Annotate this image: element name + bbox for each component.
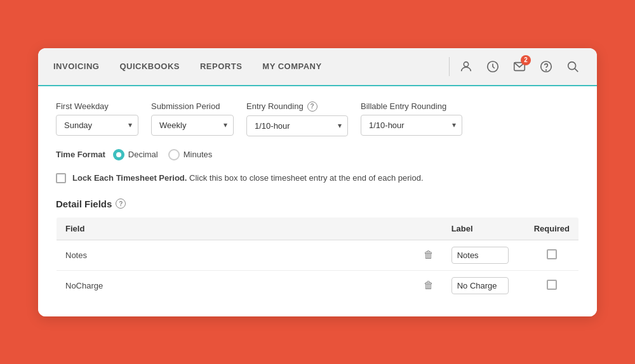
entry-rounding-label: Entry Rounding ?	[246, 101, 348, 112]
delete-notes-icon[interactable]: 🗑	[424, 249, 434, 261]
lock-period-text: Lock Each Timesheet Period. Click this b…	[72, 173, 424, 183]
table-row: NoCharge 🗑	[57, 270, 579, 301]
radio-minutes[interactable]: Minutes	[168, 149, 213, 160]
table-header-row: Field Label Required	[57, 217, 579, 240]
detail-fields-table: Field Label Required Notes 🗑	[56, 217, 579, 301]
detail-fields-section-label: Detail Fields ?	[56, 198, 579, 209]
label-input-notes[interactable]	[451, 247, 509, 264]
billable-entry-rounding-group: Billable Entry Rounding 1/10-hour 1/4-ho…	[361, 101, 462, 136]
field-cell-notes: Notes 🗑	[57, 240, 443, 270]
entry-rounding-select-wrapper: 1/10-hour 1/4-hour 1/2-hour 1-hour ▾	[246, 115, 348, 136]
entry-rounding-group: Entry Rounding ? 1/10-hour 1/4-hour 1/2-…	[246, 101, 348, 136]
required-checkbox-notes[interactable]	[547, 249, 557, 259]
label-cell-notes	[443, 240, 525, 270]
field-name-notes: Notes	[65, 250, 87, 260]
svg-point-5	[568, 62, 576, 69]
entry-rounding-help-icon[interactable]: ?	[307, 101, 318, 112]
main-card: INVOICING QUICKBOOKS REPORTS MY COMPANY	[38, 48, 597, 316]
table-body: Notes 🗑 NoCharge	[57, 240, 579, 301]
nav-items: INVOICING QUICKBOOKS REPORTS MY COMPANY	[53, 59, 441, 74]
submission-period-label: Submission Period	[151, 101, 234, 111]
label-input-nocharge[interactable]	[451, 277, 509, 294]
mail-badge: 2	[521, 55, 531, 65]
help-icon[interactable]	[537, 58, 555, 75]
svg-line-6	[575, 68, 578, 72]
field-cell-nocharge: NoCharge 🗑	[57, 270, 443, 301]
col-header-label: Label	[443, 217, 525, 240]
first-weekday-select-wrapper: Sunday Monday ▾	[56, 115, 138, 136]
search-icon[interactable]	[564, 58, 582, 75]
label-cell-nocharge	[443, 270, 525, 301]
nav-divider	[449, 57, 450, 76]
delete-nocharge-icon[interactable]: 🗑	[424, 280, 434, 291]
svg-point-0	[464, 62, 468, 66]
nav-invoicing[interactable]: INVOICING	[53, 59, 99, 74]
col-header-required: Required	[525, 217, 579, 240]
time-format-label: Time Format	[56, 150, 105, 159]
submission-period-group: Submission Period Weekly Bi-Weekly Month…	[151, 101, 234, 136]
form-row-selects: First Weekday Sunday Monday ▾ Submission…	[56, 101, 579, 136]
first-weekday-label: First Weekday	[56, 101, 138, 111]
required-cell-notes	[525, 240, 579, 270]
mail-icon[interactable]: 2	[511, 58, 528, 75]
lock-period-row: Lock Each Timesheet Period. Click this b…	[56, 173, 579, 183]
col-header-field: Field	[57, 217, 443, 240]
nav-quickbooks[interactable]: QUICKBOOKS	[119, 59, 180, 74]
field-row-inner-nocharge: NoCharge 🗑	[65, 280, 434, 291]
billable-entry-rounding-select-wrapper: 1/10-hour 1/4-hour 1/2-hour 1-hour ▾	[361, 115, 462, 136]
navbar: INVOICING QUICKBOOKS REPORTS MY COMPANY	[38, 48, 597, 86]
field-name-nocharge: NoCharge	[65, 281, 103, 290]
lock-period-checkbox[interactable]	[56, 173, 66, 183]
radio-minutes-label: Minutes	[184, 150, 213, 159]
radio-decimal-label: Decimal	[128, 150, 158, 159]
field-row-inner-notes: Notes 🗑	[65, 249, 434, 261]
content-area: First Weekday Sunday Monday ▾ Submission…	[38, 86, 597, 316]
nav-reports[interactable]: REPORTS	[200, 59, 242, 74]
table-header: Field Label Required	[57, 217, 579, 240]
submission-period-select[interactable]: Weekly Bi-Weekly Monthly	[151, 115, 234, 136]
svg-point-4	[546, 70, 547, 70]
radio-decimal-indicator	[113, 149, 124, 160]
user-icon[interactable]	[457, 58, 475, 75]
radio-decimal[interactable]: Decimal	[113, 149, 158, 160]
billable-entry-rounding-label: Billable Entry Rounding	[361, 101, 462, 111]
clock-icon[interactable]	[484, 58, 502, 75]
nav-icons: 2	[457, 58, 582, 75]
billable-entry-rounding-select[interactable]: 1/10-hour 1/4-hour 1/2-hour 1-hour	[361, 115, 462, 136]
required-checkbox-nocharge[interactable]	[547, 280, 557, 290]
table-row: Notes 🗑	[57, 240, 579, 270]
detail-fields-help-icon[interactable]: ?	[116, 198, 126, 209]
entry-rounding-select[interactable]: 1/10-hour 1/4-hour 1/2-hour 1-hour	[246, 115, 348, 136]
nav-my-company[interactable]: MY COMPANY	[262, 59, 321, 74]
submission-period-select-wrapper: Weekly Bi-Weekly Monthly ▾	[151, 115, 234, 136]
radio-minutes-indicator	[168, 149, 180, 160]
time-format-radio-group: Decimal Minutes	[113, 149, 213, 160]
required-cell-nocharge	[525, 270, 579, 301]
time-format-row: Time Format Decimal Minutes	[56, 149, 579, 160]
first-weekday-select[interactable]: Sunday Monday	[56, 115, 138, 136]
first-weekday-group: First Weekday Sunday Monday ▾	[56, 101, 138, 136]
